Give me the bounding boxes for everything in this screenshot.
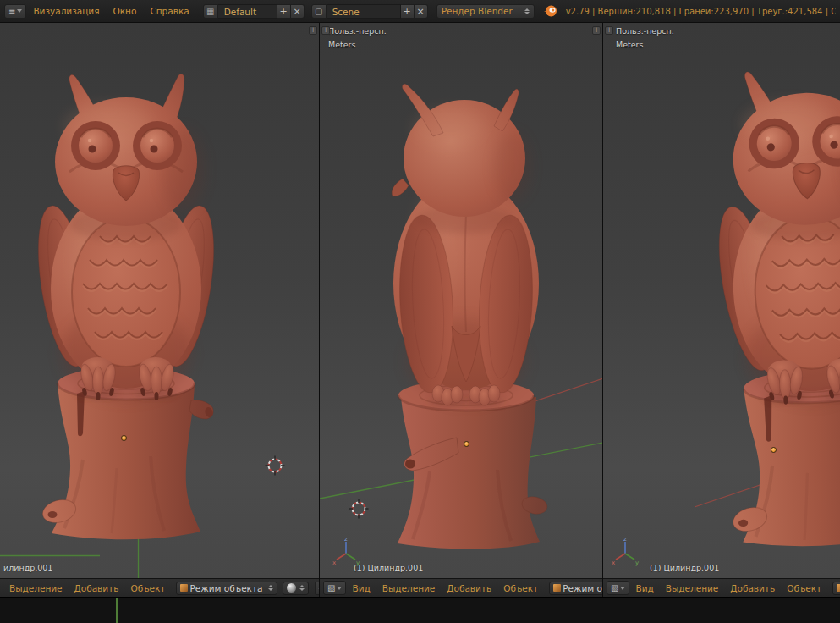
blender-window: ≡ Визуализация Окно Справка ▦ Default + … [0, 0, 840, 623]
menu-object[interactable]: Объект [781, 583, 827, 593]
current-frame-marker[interactable] [116, 598, 118, 623]
timeline[interactable] [0, 597, 840, 623]
dropdown-arrows-icon [268, 585, 273, 591]
units-label: Meters [328, 40, 355, 49]
chevron-down-icon [337, 587, 342, 590]
owl-model-side[interactable] [706, 65, 840, 560]
scene-name-field[interactable]: Scene [327, 4, 401, 19]
menu-select[interactable]: Выделение [376, 583, 442, 593]
scene-browse-icon[interactable]: ▢ [311, 4, 327, 19]
screen-layout-name-field[interactable]: Default [218, 4, 277, 19]
svg-text:z: z [623, 538, 627, 543]
object-origin-dot [771, 447, 777, 453]
shading-sphere-icon [287, 583, 296, 593]
view3d-editor-icon: ▧ [611, 583, 618, 593]
owl-model-front[interactable] [24, 70, 227, 553]
mini-axis-gizmo: z x y [332, 538, 360, 566]
svg-text:x: x [332, 560, 336, 566]
menu-add[interactable]: Добавить [724, 583, 781, 593]
chevron-down-icon [17, 9, 22, 13]
viewport-front-header: Выделение Добавить Объект Режим объекта … [0, 578, 319, 597]
region-corner-widget[interactable]: + [592, 26, 601, 35]
close-layout-button[interactable]: × [291, 4, 305, 19]
menu-window[interactable]: Окно [107, 6, 144, 16]
add-scene-button[interactable]: + [401, 4, 415, 19]
translate-manipulator-toggle[interactable]: + [315, 582, 320, 595]
owl-model-back[interactable] [379, 82, 557, 560]
viewport-back[interactable]: z x y Польз.-персп. Meters (1) Цилиндр.0… [320, 23, 602, 578]
screen-layout-browse-icon[interactable]: ▦ [203, 4, 218, 19]
interaction-mode-dropdown[interactable]: Режим объекта [176, 582, 277, 595]
mode-label: Режим объекта [563, 583, 602, 593]
render-engine-dropdown[interactable]: Рендер Blender [436, 4, 535, 19]
object-origin-dot [464, 441, 469, 447]
view-name-label: Польз.-персп. [616, 26, 674, 36]
menu-add[interactable]: Добавить [69, 583, 125, 593]
menu-object[interactable]: Объект [124, 583, 171, 593]
menu-select[interactable]: Выделение [3, 583, 69, 593]
interaction-mode-dropdown[interactable]: Режим объекта [832, 582, 840, 595]
blender-logo-icon [542, 4, 559, 18]
render-engine-label: Рендер Blender [442, 6, 513, 16]
viewport-shading-dropdown[interactable] [283, 582, 309, 595]
interaction-mode-dropdown[interactable]: Режим объекта [549, 582, 602, 595]
menu-view[interactable]: Вид [346, 583, 376, 593]
region-corner-widget[interactable]: + [309, 26, 317, 35]
chevron-down-icon [620, 587, 625, 590]
menu-help[interactable]: Справка [143, 6, 195, 16]
mode-label: Режим объекта [189, 583, 262, 593]
dropdown-arrows-icon [299, 585, 305, 591]
svg-text:z: z [344, 538, 348, 543]
svg-text:y: y [635, 560, 639, 566]
screen-layout-block: ▦ Default + × [203, 4, 305, 19]
editor-type-button[interactable]: ▧ [323, 581, 346, 595]
workspace: илиндр.001 + Выделение Добавить Объект Р… [0, 23, 840, 597]
stats-text: v2.79 | Вершин:210,818 | Граней:223,970 … [566, 7, 836, 16]
cursor-3d [349, 499, 369, 519]
object-mode-icon [837, 584, 840, 592]
viewport-side-header: ▧ Вид Выделение Добавить Объект Режим об… [603, 578, 840, 597]
menu-object[interactable]: Объект [497, 583, 544, 593]
object-name-label: илиндр.001 [3, 563, 52, 572]
menu-add[interactable]: Добавить [441, 583, 497, 593]
object-name-label: (1) Цилиндр.001 [650, 563, 719, 572]
close-scene-button[interactable]: × [415, 4, 428, 19]
svg-text:x: x [612, 560, 615, 566]
region-corner-widget[interactable]: + [605, 26, 613, 35]
dropdown-arrows-icon [524, 8, 530, 14]
editor-type-button[interactable]: ≡ [4, 4, 26, 19]
mini-axis-gizmo: z x y [611, 538, 640, 566]
viewport-front[interactable]: илиндр.001 + [0, 23, 319, 578]
viewport-back-header: ▧ Вид Выделение Добавить Объект Режим об… [320, 578, 602, 597]
menu-select[interactable]: Выделение [660, 583, 725, 593]
object-origin-dot [121, 435, 127, 441]
info-header: ≡ Визуализация Окно Справка ▦ Default + … [0, 0, 840, 23]
info-editor-icon: ≡ [8, 7, 15, 16]
view-name-label: Польз.-персп. [328, 26, 387, 36]
view3d-editor-icon: ▧ [327, 583, 335, 593]
manipulator-toggles: + ↻ ▣ [315, 582, 320, 595]
units-label: Meters [616, 40, 643, 49]
viewport-side[interactable]: z x y Польз.-персп. Meters (1) Цилиндр.0… [603, 23, 840, 578]
object-mode-icon [180, 584, 188, 592]
region-corner-widget[interactable]: + [321, 26, 330, 35]
menu-render[interactable]: Визуализация [26, 6, 106, 16]
object-name-label: (1) Цилиндр.001 [354, 563, 423, 572]
editor-type-button[interactable]: ▧ [607, 581, 629, 595]
object-mode-icon [553, 584, 561, 592]
cursor-3d [265, 455, 285, 476]
menu-view[interactable]: Вид [629, 583, 659, 593]
add-layout-button[interactable]: + [277, 4, 291, 19]
scene-block: ▢ Scene + × [311, 4, 428, 19]
